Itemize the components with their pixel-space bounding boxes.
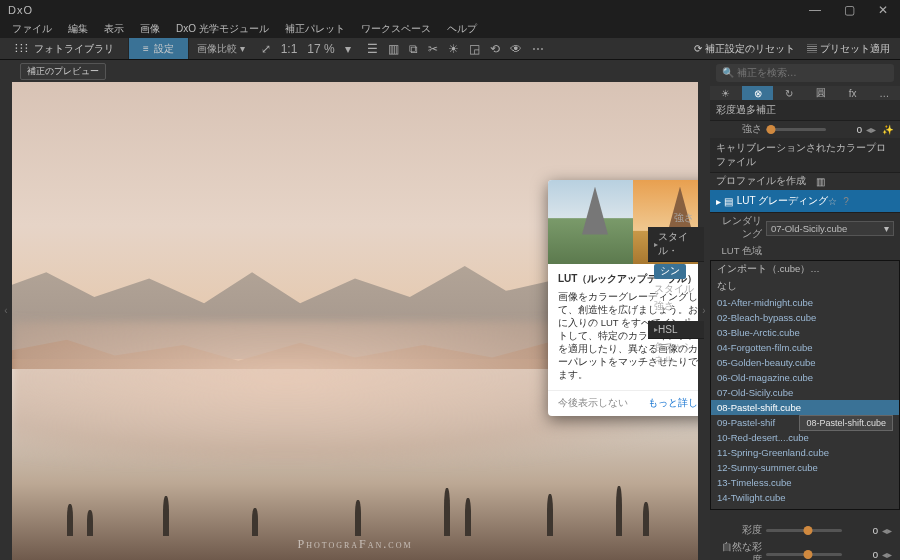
apply-preset-button[interactable]: ▤ プリセット適用	[807, 42, 890, 56]
panel-search-wrap: 🔍 補正を検索…	[710, 60, 900, 86]
menu-optical[interactable]: DxO 光学モジュール	[168, 22, 277, 36]
menubar: ファイル 編集 表示 画像 DxO 光学モジュール 補正パレット ワークスペース…	[0, 20, 900, 38]
lut-item[interactable]: 02-Bleach-bypass.cube	[711, 310, 899, 325]
menu-image[interactable]: 画像	[132, 22, 168, 36]
more-icon[interactable]: ⋯	[532, 42, 544, 56]
right-toolbar: ⟳ 補正設定のリセット ▤ プリセット適用	[684, 38, 900, 59]
popover-dismiss-link[interactable]: 今後表示しない	[558, 397, 628, 410]
lut-dropdown-list[interactable]: インポート（.cube）… なし 01-After-midnight.cube …	[710, 260, 900, 510]
lut-item-selected[interactable]: 08-Pastel-shift.cube	[711, 400, 899, 415]
compare-dropdown[interactable]: 画像比較 ▾	[189, 38, 253, 59]
lut-item[interactable]: 03-Blue-Arctic.cube	[711, 325, 899, 340]
section-calibrated-profile[interactable]: キャリブレーションされたカラープロファイル	[710, 138, 900, 173]
lut-item[interactable]: 05-Golden-beauty.cube	[711, 355, 899, 370]
tab-settings[interactable]: ≡設定	[129, 38, 189, 59]
lut-item[interactable]: 10-Red-desert....cube	[711, 430, 899, 445]
reset-icon[interactable]: ⟲	[490, 42, 500, 56]
stepper-icon[interactable]: ◂▸	[866, 124, 878, 135]
close-button[interactable]: ✕	[866, 0, 900, 20]
menu-palette[interactable]: 補正パレット	[277, 22, 353, 36]
titlebar: DxO — ▢ ✕	[0, 0, 900, 20]
tool-icons: ☰ ▥ ⧉ ✂ ☀ ◲ ⟲ 👁 ⋯	[359, 38, 552, 59]
row-profile-create[interactable]: プロファイルを作成▥	[710, 173, 900, 190]
lut-tooltip: 08-Pastel-shift.cube	[799, 415, 893, 431]
reset-corrections-button[interactable]: ⟳ 補正設定のリセット	[694, 42, 795, 56]
app-logo: DxO	[0, 4, 41, 16]
panel-tab-light[interactable]: ☀	[710, 86, 742, 100]
panel-tab-geometry[interactable]: 圓	[805, 86, 837, 100]
lut-item[interactable]: 13-Timeless.cube	[711, 475, 899, 490]
lut-item[interactable]: 12-Sunny-summer.cube	[711, 460, 899, 475]
section-lut-grading[interactable]: ▸ ▤LUT グレーディング ?	[710, 190, 900, 213]
slider-saturation-strength[interactable]: 強さ 0 ◂▸ ✨	[710, 121, 900, 138]
menu-workspace[interactable]: ワークスペース	[353, 22, 439, 36]
image-canvas[interactable]: PhotograFan.com LUT（ルックアップテーブル） 画像をカラーグレ…	[12, 82, 698, 560]
light-icon[interactable]: ☀	[448, 42, 459, 56]
wand-icon[interactable]: ✨	[882, 124, 894, 135]
slider-vibrance[interactable]: 自然な彩度0◂▸	[710, 539, 900, 560]
one-to-one-button[interactable]: 1:1	[281, 42, 298, 56]
panel-tab-fx[interactable]: fx	[837, 86, 869, 100]
row-lut-region: LUT 色域	[710, 243, 900, 260]
lut-item[interactable]: 06-Old-magazine.cube	[711, 370, 899, 385]
lut-item[interactable]: 15-Warm-matte.cube	[711, 505, 899, 510]
tab-library[interactable]: ᎒᎒᎒フォトライブラリ	[0, 38, 129, 59]
grid-icon[interactable]: ☰	[367, 42, 378, 56]
watermark: PhotograFan.com	[297, 537, 412, 552]
correction-preview-button[interactable]: 補正のプレビュー	[20, 63, 106, 80]
menu-file[interactable]: ファイル	[4, 22, 60, 36]
menu-edit[interactable]: 編集	[60, 22, 96, 36]
zoom-value[interactable]: 17 %	[307, 42, 334, 56]
top-toolbar: ᎒᎒᎒フォトライブラリ ≡設定 画像比較 ▾ ⤢ 1:1 17 %▾ ☰ ▥ ⧉…	[0, 38, 900, 60]
panel-tabs: ☀ ⊗ ↻ 圓 fx …	[710, 86, 900, 100]
canvas-area: 補正のプレビュー	[12, 60, 698, 560]
panel-tab-detail[interactable]: ↻	[773, 86, 805, 100]
popover-more-link[interactable]: もっと詳しく	[648, 397, 698, 410]
main-area: ‹ 補正のプレビュー	[0, 60, 900, 560]
left-gutter[interactable]: ‹	[0, 60, 12, 560]
compare-icon[interactable]: ⧉	[409, 42, 418, 56]
lut-item[interactable]: 07-Old-Sicily.cube	[711, 385, 899, 400]
panel-search-input[interactable]: 🔍 補正を検索…	[716, 64, 894, 82]
lut-item[interactable]: 11-Spring-Greenland.cube	[711, 445, 899, 460]
lut-import-option[interactable]: インポート（.cube）…	[711, 261, 899, 278]
lut-item[interactable]: 04-Forgotten-film.cube	[711, 340, 899, 355]
minimize-button[interactable]: —	[798, 0, 832, 20]
crop-icon[interactable]: ✂	[428, 42, 438, 56]
menu-view[interactable]: 表示	[96, 22, 132, 36]
corrections-panel: 🔍 補正を検索… ☀ ⊗ ↻ 圓 fx … 彩度過多補正 強さ 0 ◂▸ ✨ キ…	[710, 60, 900, 560]
preview-subtoolbar: 補正のプレビュー	[12, 60, 698, 82]
slider-saturation[interactable]: 彩度0◂▸	[710, 522, 900, 539]
lut-item[interactable]: 14-Twilight.cube	[711, 490, 899, 505]
panel-tab-more[interactable]: …	[868, 86, 900, 100]
panel-tab-color[interactable]: ⊗	[742, 86, 774, 100]
menu-help[interactable]: ヘルプ	[439, 22, 485, 36]
section-saturation-protect[interactable]: 彩度過多補正	[710, 100, 900, 121]
chevron-down-icon: ▾	[884, 223, 889, 234]
bars-icon[interactable]: ▥	[388, 42, 399, 56]
lut-item[interactable]: 01-After-midnight.cube	[711, 295, 899, 310]
rendering-dropdown[interactable]: 07-Old-Sicily.cube▾	[766, 221, 894, 236]
eye-icon[interactable]: 👁	[510, 42, 522, 56]
fit-icon[interactable]: ⤢	[261, 42, 271, 56]
lut-item[interactable]: 09-Pastel-shif 08-Pastel-shift.cube	[711, 415, 899, 430]
zoom-chevron-icon[interactable]: ▾	[345, 42, 351, 56]
window-controls: — ▢ ✕	[798, 0, 900, 20]
row-rendering: レンダリング 07-Old-Sicily.cube▾	[710, 213, 900, 243]
lut-none-option[interactable]: なし	[711, 278, 899, 295]
zoom-actions: ⤢ 1:1 17 %▾	[253, 38, 359, 59]
popover-thumb-left	[548, 180, 633, 264]
maximize-button[interactable]: ▢	[832, 0, 866, 20]
lut-dropdown-list-wrap: インポート（.cube）… なし 01-After-midnight.cube …	[710, 260, 900, 510]
frame-icon[interactable]: ◲	[469, 42, 480, 56]
